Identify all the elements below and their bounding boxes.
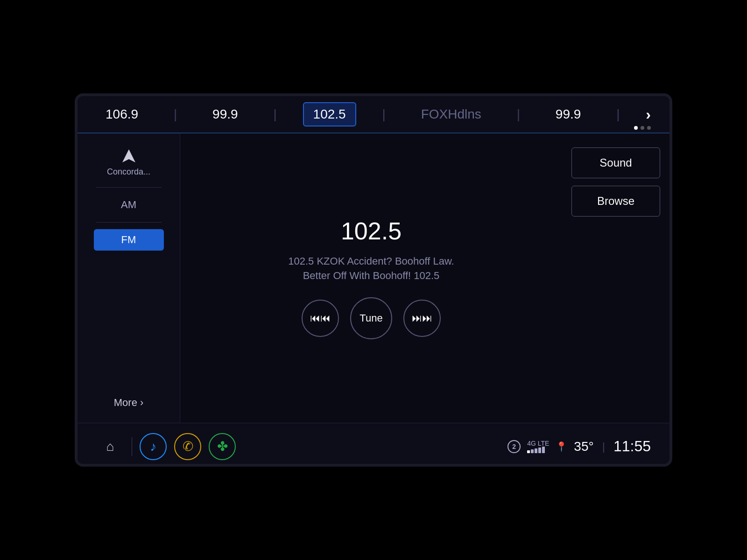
clock: 11:55 xyxy=(613,438,651,455)
sidebar-divider-1 xyxy=(96,187,162,188)
screen: 106.9 | 99.9 | 102.5 | FOXHdlns | 99.9 |… xyxy=(75,93,672,467)
more-chevron-icon: › xyxy=(140,397,143,409)
rewind-icon: ⏮⏮ xyxy=(310,312,331,324)
divider-4: | xyxy=(517,107,520,122)
rewind-button[interactable]: ⏮⏮ xyxy=(302,300,339,337)
signal-badge: 2 xyxy=(507,440,521,453)
station-info: 102.5 KZOK Accident? Boohoff Law. Better… xyxy=(288,254,454,283)
dot-3 xyxy=(647,126,651,130)
bottom-divider-1 xyxy=(132,437,132,456)
tune-button[interactable]: Tune xyxy=(350,297,392,339)
bar-2 xyxy=(531,449,534,453)
bar-4 xyxy=(538,448,541,453)
preset-5[interactable]: 99.9 xyxy=(546,103,591,126)
music-button[interactable]: ♪ xyxy=(140,433,167,460)
nav-label: Concorda... xyxy=(107,167,150,177)
lte-label: 4G LTE xyxy=(527,440,549,447)
browse-button[interactable]: Browse xyxy=(571,186,660,217)
fast-forward-icon: ⏭⏭ xyxy=(412,312,432,324)
dot-1 xyxy=(634,126,638,130)
main-content: Concorda... AM FM More › 102.5 102.5 KZO… xyxy=(78,133,669,423)
location-icon: 📍 xyxy=(556,441,567,452)
navigation-arrow-icon xyxy=(120,147,138,165)
nav-cross-icon: ✤ xyxy=(217,439,228,454)
more-button[interactable]: More › xyxy=(105,392,153,413)
page-indicators xyxy=(634,126,651,130)
bar-3 xyxy=(535,448,537,453)
home-icon: ⌂ xyxy=(106,439,114,454)
bottom-bar: ⌂ ♪ ✆ ✤ 2 4G LTE 📍 xyxy=(78,423,669,467)
station-info-line1: 102.5 KZOK Accident? Boohoff Law. xyxy=(288,255,454,267)
lte-info: 4G LTE xyxy=(527,440,549,453)
divider-1: | xyxy=(174,107,177,122)
station-frequency: 102.5 xyxy=(341,217,402,245)
tune-label: Tune xyxy=(359,312,382,324)
am-mode-button[interactable]: AM xyxy=(94,194,164,216)
preset-3-active[interactable]: 102.5 xyxy=(303,102,356,126)
right-panel: Sound Browse xyxy=(562,133,669,423)
fast-forward-button[interactable]: ⏭⏭ xyxy=(403,300,441,337)
divider-3: | xyxy=(382,107,386,122)
preset-2[interactable]: 99.9 xyxy=(203,103,247,126)
bar-5 xyxy=(542,447,545,453)
signal-bars xyxy=(527,447,545,453)
sidebar-divider-2 xyxy=(96,222,162,223)
svg-marker-0 xyxy=(122,149,135,162)
status-area: 2 4G LTE 📍 35° | 11:55 xyxy=(507,438,651,455)
center-content: 102.5 102.5 KZOK Accident? Boohoff Law. … xyxy=(180,133,562,423)
fm-mode-button[interactable]: FM xyxy=(94,229,164,251)
bar-1 xyxy=(527,450,530,453)
more-label: More xyxy=(114,397,137,409)
divider-5: | xyxy=(616,107,620,122)
temperature: 35° xyxy=(574,439,593,454)
preset-4[interactable]: FOXHdlns xyxy=(412,103,491,126)
preset-next-button[interactable]: › xyxy=(646,106,651,123)
music-icon: ♪ xyxy=(150,439,156,454)
divider-2: | xyxy=(273,107,276,122)
time-divider: | xyxy=(602,440,605,453)
playback-controls: ⏮⏮ Tune ⏭⏭ xyxy=(302,297,441,339)
dot-2 xyxy=(641,126,644,130)
preset-1[interactable]: 106.9 xyxy=(96,103,148,126)
preset-bar: 106.9 | 99.9 | 102.5 | FOXHdlns | 99.9 |… xyxy=(78,96,669,133)
navigation-shortcut[interactable]: Concorda... xyxy=(103,143,154,181)
station-info-line2: Better Off With Boohoff! 102.5 xyxy=(303,270,440,281)
nav-button[interactable]: ✤ xyxy=(209,433,236,460)
sound-button[interactable]: Sound xyxy=(571,147,660,178)
home-button[interactable]: ⌂ xyxy=(96,433,124,461)
sidebar: Concorda... AM FM More › xyxy=(78,133,180,423)
phone-icon: ✆ xyxy=(183,439,193,454)
phone-button[interactable]: ✆ xyxy=(174,433,201,460)
